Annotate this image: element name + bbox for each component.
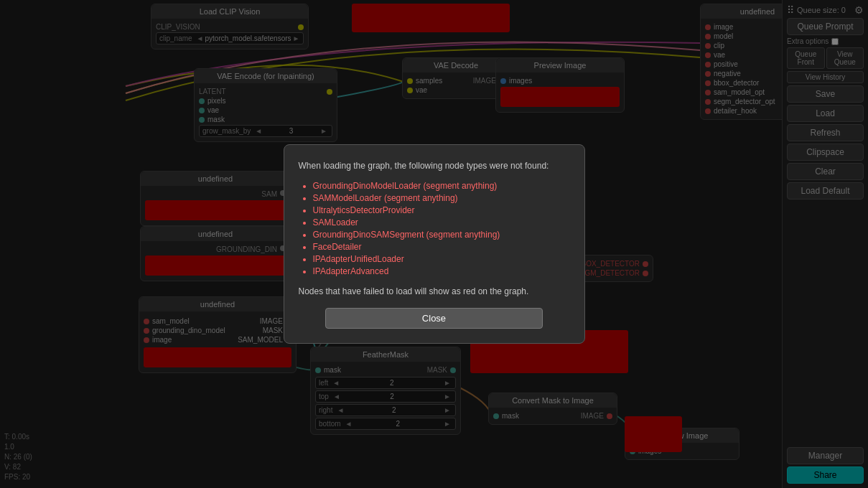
- modal-footer: Nodes that have failed to load will show…: [299, 285, 570, 298]
- modal-dialog: When loading the graph, the following no…: [284, 144, 585, 344]
- modal-error-item: FaceDetailer: [313, 242, 570, 252]
- modal-error-item: SAMModelLoader (segment anything): [313, 193, 570, 203]
- modal-error-item: IPAdapterAdvanced: [313, 266, 570, 276]
- modal-error-item: SAMLoader: [313, 217, 570, 227]
- modal-error-item: UltralyticsDetectorProvider: [313, 205, 570, 215]
- modal-overlay: When loading the graph, the following no…: [0, 0, 868, 488]
- modal-close-button[interactable]: Close: [325, 308, 542, 329]
- canvas: Load CLIP Vision CLIP_VISION clip_name ◄…: [0, 0, 868, 488]
- modal-error-item: IPAdapterUnifiedLoader: [313, 254, 570, 264]
- modal-error-item: GroundingDinoSAMSegment (segment anythin…: [313, 230, 570, 240]
- modal-error-item: GroundingDinoModelLoader (segment anythi…: [313, 181, 570, 191]
- modal-intro: When loading the graph, the following no…: [299, 159, 570, 172]
- modal-error-list: GroundingDinoModelLoader (segment anythi…: [313, 181, 570, 276]
